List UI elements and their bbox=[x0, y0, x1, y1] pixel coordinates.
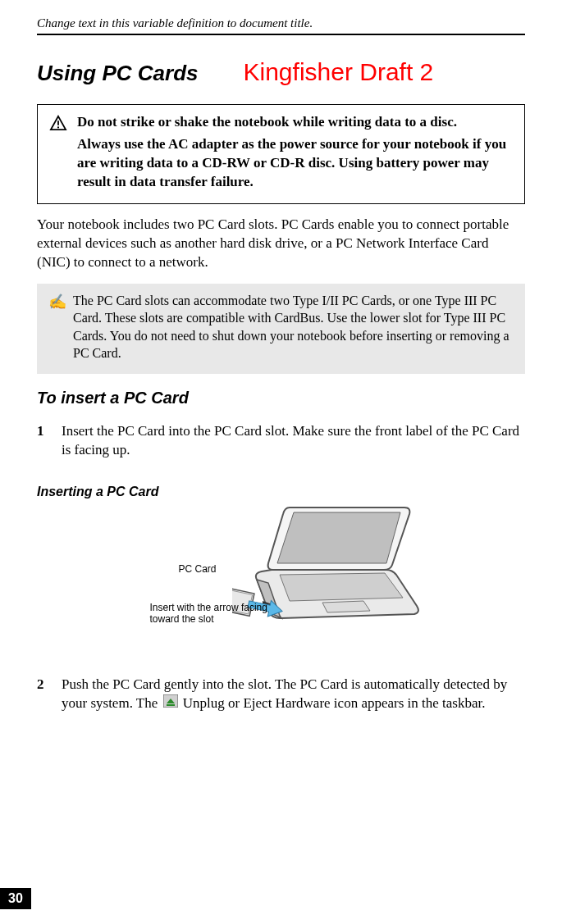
pencil-icon: ✍ bbox=[48, 292, 66, 362]
illustration-label-pccard: PC Card bbox=[179, 563, 217, 575]
figure-caption: Inserting a PC Card bbox=[37, 485, 525, 499]
page-title: Using PC Cards bbox=[37, 61, 199, 86]
step-1: 1 Insert the PC Card into the PC Card sl… bbox=[37, 422, 525, 460]
eject-hardware-icon bbox=[163, 694, 178, 713]
step-1-number: 1 bbox=[37, 422, 47, 460]
warning-line-1: Do not strike or shake the notebook whil… bbox=[77, 113, 513, 132]
draft-stamp: Kingfisher Draft 2 bbox=[244, 58, 434, 86]
step-1-text: Insert the PC Card into the PC Card slot… bbox=[62, 422, 525, 460]
running-header: Change text in this variable definition … bbox=[37, 16, 525, 35]
title-row: Using PC Cards Kingfisher Draft 2 bbox=[37, 58, 525, 86]
svg-point-1 bbox=[57, 126, 59, 128]
step-2: 2 Push the PC Card gently into the slot.… bbox=[37, 676, 525, 714]
step-2-text-b: Unplug or Eject Hardware icon appears in… bbox=[183, 695, 486, 711]
warning-box: Do not strike or shake the notebook whil… bbox=[37, 104, 525, 204]
svg-rect-6 bbox=[167, 704, 175, 706]
page-number: 30 bbox=[0, 888, 31, 909]
intro-paragraph: Your notebook includes two PC Card slots… bbox=[37, 216, 525, 272]
step-2-number: 2 bbox=[37, 676, 47, 714]
step-2-text: Push the PC Card gently into the slot. T… bbox=[62, 676, 525, 714]
illustration-container: PC Card Insert with the arrow facing tow… bbox=[37, 524, 525, 651]
note-text: The PC Card slots can accommodate two Ty… bbox=[73, 292, 514, 362]
warning-line-2: Always use the AC adapter as the power s… bbox=[77, 135, 513, 192]
subheading-insert: To insert a PC Card bbox=[37, 389, 525, 407]
warning-text: Do not strike or shake the notebook whil… bbox=[77, 113, 513, 192]
note-box: ✍ The PC Card slots can accommodate two … bbox=[37, 284, 525, 374]
warning-icon bbox=[49, 115, 67, 192]
illustration-label-insert: Insert with the arrow facing toward the … bbox=[150, 603, 290, 626]
